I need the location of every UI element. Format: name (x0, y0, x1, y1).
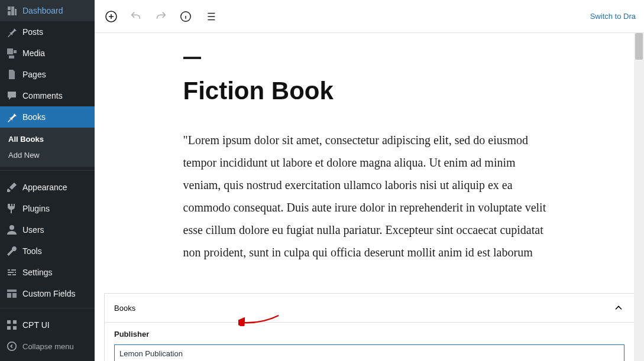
sidebar-item-cpt-ui[interactable]: CPT UI (0, 314, 95, 336)
sidebar-item-media[interactable]: Media (0, 43, 95, 64)
svg-point-5 (8, 342, 16, 350)
sidebar-item-settings[interactable]: Settings (0, 262, 95, 283)
sidebar-subitem-label: Add New (8, 151, 40, 160)
sidebar-separator (0, 308, 95, 311)
sidebar-item-posts[interactable]: Posts (0, 21, 95, 43)
plug-icon (6, 203, 18, 214)
sidebar-item-dashboard[interactable]: Dashboard (0, 0, 95, 21)
info-button[interactable] (177, 8, 194, 25)
svg-rect-4 (13, 326, 17, 330)
sidebar-item-custom-fields[interactable]: Custom Fields (0, 283, 95, 304)
title-separator (183, 57, 201, 59)
sidebar-item-label: Pages (22, 70, 46, 79)
comment-icon (6, 90, 18, 102)
sidebar-item-tools[interactable]: Tools (0, 240, 95, 262)
sidebar-item-books[interactable]: Books (0, 106, 95, 128)
scrollbar-thumb[interactable] (635, 33, 643, 60)
sidebar-subitem-add-new[interactable]: Add New (0, 147, 95, 163)
switch-label: Switch to Dra (590, 12, 636, 21)
metabox-books: Books Publisher (104, 293, 635, 361)
editor-scroll-area[interactable]: Fiction Book "Lorem ipsum dolor sit amet… (95, 33, 644, 361)
sidebar-item-comments[interactable]: Comments (0, 85, 95, 106)
admin-sidebar: Dashboard Posts Media Pages Comments (0, 0, 95, 361)
switch-to-draft-link[interactable]: Switch to Dra (590, 12, 636, 21)
editor-toolbar: Switch to Dra (95, 0, 644, 33)
sidebar-item-label: Dashboard (22, 6, 63, 15)
sidebar-item-label: Plugins (22, 204, 50, 213)
collapse-label: Collapse menu (22, 342, 74, 351)
pin-icon (6, 111, 18, 123)
sidebar-subitem-label: All Books (8, 135, 44, 144)
user-icon (6, 224, 18, 236)
redo-button[interactable] (153, 8, 169, 25)
sliders-icon (6, 266, 18, 278)
sidebar-item-label: Posts (22, 27, 43, 37)
sidebar-item-label: Books (22, 112, 46, 122)
svg-point-0 (9, 225, 14, 230)
sidebar-item-label: Tools (22, 246, 42, 256)
collapse-icon (6, 340, 18, 352)
svg-rect-2 (13, 320, 17, 324)
post-body-paragraph[interactable]: "Lorem ipsum dolor sit amet, consectetur… (183, 129, 556, 264)
sidebar-separator (0, 170, 95, 173)
sidebar-item-label: Custom Fields (22, 289, 75, 298)
svg-rect-1 (7, 320, 11, 324)
sidebar-item-label: Comments (22, 91, 63, 100)
pin-icon (6, 26, 18, 38)
add-block-button[interactable] (103, 8, 119, 25)
cpt-icon (6, 319, 18, 331)
vertical-scrollbar[interactable] (634, 33, 644, 361)
sidebar-item-label: Settings (22, 268, 53, 277)
undo-button[interactable] (128, 8, 144, 25)
metabox-body: Publisher (105, 323, 634, 361)
media-icon (6, 47, 18, 59)
field-label-publisher: Publisher (114, 330, 624, 339)
sidebar-item-label: Appearance (22, 183, 67, 192)
publisher-input[interactable] (114, 344, 624, 361)
chevron-up-icon (613, 302, 624, 314)
svg-rect-3 (7, 326, 11, 330)
brush-icon (6, 181, 18, 193)
outline-button[interactable] (202, 8, 219, 25)
collapse-menu-button[interactable]: Collapse menu (0, 336, 95, 357)
sidebar-subitem-all-books[interactable]: All Books (0, 131, 95, 147)
wrench-icon (6, 245, 18, 257)
sidebar-item-pages[interactable]: Pages (0, 64, 95, 85)
dashboard-icon (6, 5, 18, 17)
editor-main: Switch to Dra Fiction Book "Lorem ipsum … (95, 0, 644, 361)
sidebar-item-label: Users (22, 225, 44, 235)
sidebar-submenu-books: All Books Add New (0, 128, 95, 167)
sidebar-item-label: Media (22, 48, 45, 58)
metabox-title: Books (114, 304, 135, 313)
page-icon (6, 69, 18, 80)
sidebar-item-appearance[interactable]: Appearance (0, 177, 95, 198)
metabox-toggle[interactable]: Books (105, 294, 634, 323)
post-title[interactable]: Fiction Book (183, 77, 556, 105)
sidebar-item-label: CPT UI (22, 320, 50, 330)
sidebar-item-users[interactable]: Users (0, 219, 95, 240)
layout-icon (6, 288, 18, 300)
sidebar-item-plugins[interactable]: Plugins (0, 198, 95, 219)
